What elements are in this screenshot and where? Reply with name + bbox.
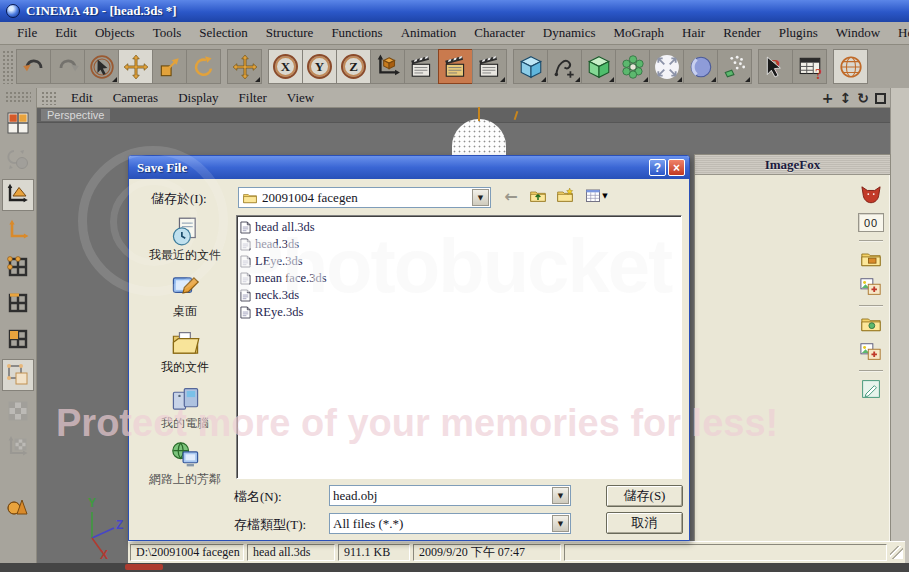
viewport-menu-cameras[interactable]: Cameras bbox=[103, 90, 168, 106]
modeling-array-button[interactable] bbox=[615, 49, 650, 84]
environment-button[interactable] bbox=[683, 49, 718, 84]
scale-tool-button[interactable] bbox=[152, 49, 187, 84]
place-network[interactable]: 網路上的芳鄰 bbox=[149, 441, 221, 488]
menu-item-character[interactable]: Character bbox=[465, 23, 534, 43]
render-view-button[interactable] bbox=[404, 49, 439, 84]
lock-x-button[interactable]: X bbox=[268, 49, 303, 84]
menu-item-window[interactable]: Window bbox=[827, 23, 889, 43]
dialog-close-button[interactable]: × bbox=[668, 159, 685, 176]
file-name-combobox[interactable]: head.obj ▼ bbox=[329, 485, 571, 506]
back-icon[interactable]: ← bbox=[501, 187, 521, 205]
file-row[interactable]: REye.3ds bbox=[240, 304, 681, 321]
lock-z-button[interactable]: Z bbox=[336, 49, 371, 84]
place-my-computer[interactable]: 我的電腦 bbox=[161, 385, 209, 432]
look-in-dropdown-button[interactable]: ▼ bbox=[472, 189, 489, 206]
file-list[interactable]: head all.3ds head.3ds LEye.3ds mean face… bbox=[236, 215, 682, 479]
menu-item-edit[interactable]: Edit bbox=[46, 23, 86, 43]
model-mode-button[interactable] bbox=[2, 179, 34, 211]
render-picture-viewer-button[interactable] bbox=[438, 49, 473, 84]
toolbar-grip[interactable] bbox=[2, 50, 15, 84]
move-tool-button[interactable] bbox=[118, 49, 153, 84]
axis-modification-button[interactable] bbox=[2, 143, 34, 175]
place-recent-documents[interactable]: 我最近的文件 bbox=[149, 217, 221, 264]
file-row[interactable]: head all.3ds bbox=[240, 219, 681, 236]
file-name-value[interactable]: head.obj bbox=[333, 488, 547, 504]
rotate-tool-button[interactable] bbox=[186, 49, 221, 84]
add-image-icon[interactable] bbox=[860, 277, 882, 297]
place-my-documents[interactable]: 我的文件 bbox=[161, 329, 209, 376]
menu-item-tools[interactable]: Tools bbox=[144, 23, 191, 43]
view-menu-icon[interactable]: ▼ bbox=[582, 187, 610, 205]
add-image-2-icon[interactable] bbox=[860, 342, 882, 362]
pan-view-icon[interactable]: + bbox=[822, 91, 834, 105]
deformation-button[interactable] bbox=[649, 49, 684, 84]
undo-button[interactable] bbox=[16, 49, 51, 84]
menu-item-plugins[interactable]: Plugins bbox=[770, 23, 827, 43]
menu-item-help[interactable]: Help bbox=[889, 23, 909, 43]
lock-y-button[interactable]: Y bbox=[302, 49, 337, 84]
object-axis-mode-button[interactable] bbox=[2, 215, 34, 247]
active-tool-button[interactable] bbox=[227, 49, 262, 84]
make-editable-button[interactable] bbox=[2, 107, 34, 139]
file-row[interactable]: LEye.3ds bbox=[240, 253, 681, 270]
command-manager-button[interactable]: ? bbox=[792, 49, 827, 84]
imagefox-title-bar[interactable]: ImageFox bbox=[695, 155, 890, 175]
file-type-combobox[interactable]: All files (*.*) ▼ bbox=[329, 513, 571, 534]
menu-item-structure[interactable]: Structure bbox=[257, 23, 323, 43]
menu-item-animation[interactable]: Animation bbox=[392, 23, 466, 43]
spline-pen-button[interactable] bbox=[547, 49, 582, 84]
up-one-level-icon[interactable] bbox=[528, 187, 548, 205]
nurbs-button[interactable] bbox=[581, 49, 616, 84]
menu-item-functions[interactable]: Functions bbox=[322, 23, 391, 43]
left-toolbar-grip[interactable] bbox=[5, 91, 31, 103]
resize-grip[interactable] bbox=[890, 546, 903, 559]
uv-mode-button[interactable] bbox=[2, 359, 34, 391]
new-folder-icon[interactable] bbox=[555, 187, 575, 205]
particles-button[interactable] bbox=[717, 49, 752, 84]
viewport-menu-grip[interactable] bbox=[41, 91, 57, 105]
file-type-dropdown-button[interactable]: ▼ bbox=[552, 515, 569, 532]
viewport-menu-edit[interactable]: Edit bbox=[61, 90, 103, 106]
file-row[interactable]: neck.3ds bbox=[240, 287, 681, 304]
maximize-view-icon[interactable] bbox=[875, 93, 886, 104]
redo-button[interactable] bbox=[50, 49, 85, 84]
texture-axis-mode-button[interactable] bbox=[2, 431, 34, 463]
viewport-menu-display[interactable]: Display bbox=[168, 90, 228, 106]
file-row[interactable]: mean face.3ds bbox=[240, 270, 681, 287]
online-updater-button[interactable] bbox=[833, 49, 868, 84]
dialog-help-button[interactable]: ? bbox=[649, 159, 666, 176]
file-row[interactable]: head.3ds bbox=[240, 236, 681, 253]
viewport-menu-view[interactable]: View bbox=[277, 90, 324, 106]
menu-item-render[interactable]: Render bbox=[714, 23, 770, 43]
menu-item-mograph[interactable]: MoGraph bbox=[605, 23, 674, 43]
render-settings-button[interactable] bbox=[472, 49, 507, 84]
help-button[interactable]: ? bbox=[758, 49, 793, 84]
browse-folder-icon[interactable] bbox=[860, 249, 882, 269]
save-button[interactable]: 儲存(S) bbox=[606, 485, 683, 507]
file-name-dropdown-button[interactable]: ▼ bbox=[552, 487, 569, 504]
menu-item-file[interactable]: File bbox=[8, 23, 46, 43]
live-selection-button[interactable] bbox=[84, 49, 119, 84]
menu-item-hair[interactable]: Hair bbox=[673, 23, 714, 43]
polygons-mode-button[interactable] bbox=[2, 323, 34, 355]
object-mode-button[interactable] bbox=[2, 491, 34, 523]
texture-mode-button[interactable] bbox=[2, 395, 34, 427]
browse-folder-green-icon[interactable] bbox=[860, 314, 882, 334]
viewport-menu-filter[interactable]: Filter bbox=[229, 90, 277, 106]
coordinate-system-button[interactable] bbox=[370, 49, 405, 84]
rotate-view-icon[interactable]: ↻ bbox=[857, 91, 869, 105]
menu-item-selection[interactable]: Selection bbox=[190, 23, 256, 43]
viewport-label[interactable]: Perspective bbox=[41, 109, 110, 121]
cancel-button[interactable]: 取消 bbox=[606, 512, 683, 534]
zoom-view-icon[interactable]: ↕ bbox=[840, 91, 852, 105]
points-mode-button[interactable] bbox=[2, 251, 34, 283]
head-mesh-object[interactable] bbox=[452, 119, 506, 156]
primitive-cube-button[interactable] bbox=[513, 49, 548, 84]
title-bar[interactable]: CINEMA 4D - [head.3ds *] bbox=[0, 0, 909, 22]
edges-mode-button[interactable] bbox=[2, 287, 34, 319]
edit-image-icon[interactable] bbox=[860, 379, 882, 399]
menu-item-dynamics[interactable]: Dynamics bbox=[534, 23, 605, 43]
dialog-title-bar[interactable]: Save File ? × bbox=[129, 156, 689, 179]
place-desktop[interactable]: 桌面 bbox=[169, 273, 202, 320]
look-in-combobox[interactable]: 20091004 facegen ▼ bbox=[238, 187, 491, 208]
